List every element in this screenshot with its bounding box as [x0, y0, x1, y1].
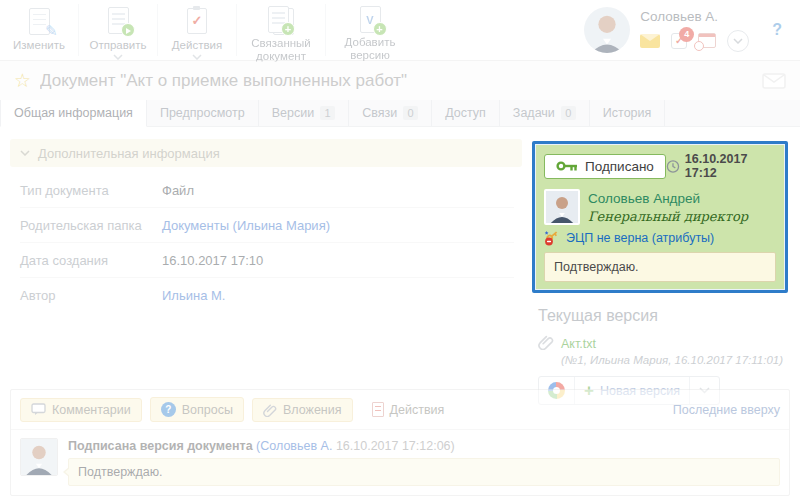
signer-block: Соловьев Андрей Генеральный директор [544, 189, 776, 225]
related-document-label: Связанный документ [237, 37, 325, 63]
signer-role: Генеральный директор [588, 209, 748, 224]
comments-button[interactable]: Комментарии [20, 398, 142, 422]
feed-entry: Подписана версия документа (Соловьев А. … [20, 438, 780, 486]
field-label: Дата создания [20, 253, 162, 268]
tasks-icon[interactable]: ✓ 4 [671, 33, 687, 49]
clock-icon [666, 159, 680, 174]
top-toolbar: ✎ Изменить Отправить ✓ Действия + Связан… [0, 0, 800, 61]
versions-count-badge: 1 [320, 106, 335, 120]
add-version-button[interactable]: V+ Добавить версию [326, 0, 414, 60]
questions-button[interactable]: ? Вопросы [150, 397, 244, 422]
question-circle-icon: ? [161, 402, 176, 417]
attachments-button[interactable]: Вложения [252, 398, 353, 422]
entry-header: Подписана версия документа (Соловьев А. … [68, 439, 780, 453]
actions-clipboard-icon: ✓ [187, 6, 207, 36]
signature-panel: Подписано 16.10.2017 17:12 Соловьев Андр… [532, 141, 788, 293]
entry-author-avatar[interactable] [20, 438, 58, 476]
tasks-count-badge: 0 [561, 106, 576, 120]
field-row-doc-type: Тип документа Файл [20, 173, 514, 208]
info-column: Дополнительная информация Тип документа … [10, 139, 522, 312]
version-file-link[interactable]: Акт.txt [561, 337, 596, 351]
field-row-created-date: Дата создания 16.10.2017 17:10 [20, 243, 514, 278]
main-content: Дополнительная информация Тип документа … [0, 127, 800, 388]
help-button[interactable]: ? [760, 21, 794, 39]
tab-tasks[interactable]: Задачи0 [500, 100, 590, 126]
user-avatar[interactable] [584, 7, 630, 53]
chevron-down-icon [113, 54, 123, 60]
activity-feed: Комментарии ? Вопросы Вложения Действия … [10, 389, 790, 496]
chevron-down-circle-icon[interactable] [727, 30, 749, 52]
signature-status-row: ЭЦП не верна (атрибуты) [544, 230, 776, 246]
field-label: Родительская папка [20, 218, 162, 233]
add-version-label: Добавить версию [326, 36, 414, 62]
edit-button[interactable]: ✎ Изменить [0, 0, 78, 60]
entry-timestamp: 16.10.2017 17:12:06) [336, 439, 455, 453]
mail-icon[interactable] [640, 34, 660, 48]
send-document-icon [108, 6, 129, 36]
calendar-icon[interactable] [698, 33, 716, 48]
field-row-parent-folder: Родительская папка Документы (Ильина Мар… [20, 208, 514, 243]
version-meta: (№1, Ильина Мария, 16.10.2017 17:11:01) [561, 354, 783, 366]
actions-doc-icon [372, 402, 384, 417]
feed-actions-button[interactable]: Действия [361, 397, 456, 422]
paperclip-icon [538, 334, 554, 350]
right-column: Подписано 16.10.2017 17:12 Соловьев Андр… [532, 141, 788, 405]
signature-comment: Подтверждаю. [544, 252, 776, 282]
edit-document-icon: ✎ [29, 6, 50, 36]
tab-history[interactable]: История [590, 100, 665, 126]
favorite-star-icon[interactable]: ☆ [14, 69, 31, 92]
subscribe-mail-icon[interactable] [762, 73, 786, 89]
signed-status-button[interactable]: Подписано [544, 154, 666, 179]
send-button-label: Отправить [89, 39, 146, 52]
sort-order-link[interactable]: Последние вверху [673, 403, 780, 417]
field-row-author: Автор Ильина М. [20, 278, 514, 312]
paperclip-icon [263, 403, 277, 417]
entry-comment-bubble: Подтверждаю. [68, 458, 780, 486]
tab-access[interactable]: Доступ [432, 100, 500, 126]
send-button[interactable]: Отправить [79, 0, 157, 60]
field-label: Тип документа [20, 183, 162, 198]
additional-info-label: Дополнительная информация [38, 146, 220, 161]
page-title: Документ "Акт о приемке выполненных рабо… [40, 71, 762, 91]
field-value: Файл [162, 183, 194, 198]
related-document-icon: + [268, 6, 294, 34]
tab-preview[interactable]: Предпросмотр [147, 100, 259, 126]
feed-divider [11, 429, 789, 430]
header-user-area: Соловьев А. ✓ 4 ? [584, 0, 800, 60]
user-info: Соловьев А. ✓ 4 [640, 9, 749, 52]
add-version-icon: V+ [360, 6, 381, 33]
tab-links[interactable]: Связи0 [349, 100, 432, 126]
tab-versions[interactable]: Версии1 [259, 100, 349, 126]
comment-bubble-icon [31, 403, 46, 416]
document-card-page: ✎ Изменить Отправить ✓ Действия + Связан… [0, 0, 800, 496]
links-count-badge: 0 [403, 106, 418, 120]
document-fields: Тип документа Файл Родительская папка До… [20, 173, 514, 312]
actions-button[interactable]: ✓ Действия [158, 0, 236, 60]
title-bar: ☆ Документ "Акт о приемке выполненных ра… [0, 61, 800, 100]
chevron-down-icon [20, 150, 30, 156]
signed-label: Подписано [585, 159, 654, 174]
edit-button-label: Изменить [13, 39, 65, 52]
notification-badge: 4 [679, 27, 694, 42]
signature-invalid-link[interactable]: ЭЦП не верна (атрибуты) [566, 231, 714, 245]
tab-general-info[interactable]: Общая информация [0, 100, 147, 127]
entry-author-link[interactable]: (Соловьев А. [256, 439, 332, 453]
actions-button-label: Действия [172, 39, 222, 52]
chevron-down-icon [192, 54, 202, 60]
related-document-button[interactable]: + Связанный документ [237, 0, 325, 60]
feed-toolbar: Комментарии ? Вопросы Вложения Действия … [20, 397, 780, 422]
signer-avatar[interactable] [544, 189, 580, 225]
signer-name-link[interactable]: Соловьев Андрей [588, 191, 700, 206]
field-value: 16.10.2017 17:10 [162, 253, 263, 268]
entry-title: Подписана версия документа [68, 439, 253, 453]
document-tabs: Общая информация Предпросмотр Версии1 Св… [0, 100, 800, 127]
field-label: Автор [20, 288, 162, 303]
user-name[interactable]: Соловьев А. [640, 9, 749, 24]
additional-info-header[interactable]: Дополнительная информация [10, 139, 522, 167]
current-version-header: Текущая версия [538, 307, 784, 325]
signature-timestamp: 16.10.2017 17:12 [666, 152, 776, 180]
invalid-signature-icon [544, 230, 560, 246]
parent-folder-link[interactable]: Документы (Ильина Мария) [162, 218, 330, 233]
key-icon [556, 160, 578, 172]
author-link[interactable]: Ильина М. [162, 288, 225, 303]
